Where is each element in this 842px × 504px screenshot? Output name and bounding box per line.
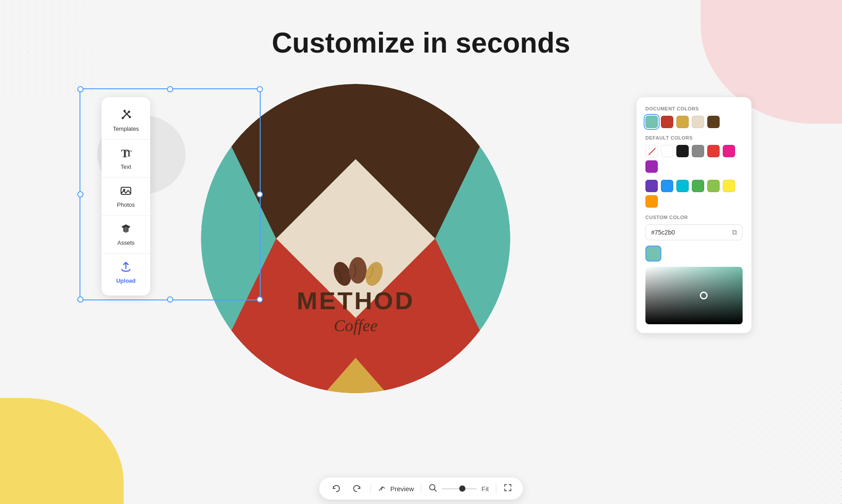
slider-thumb bbox=[459, 485, 466, 492]
doc-color-2[interactable] bbox=[661, 116, 673, 128]
gradient-bg bbox=[645, 267, 743, 324]
preview-button[interactable]: Preview bbox=[378, 484, 413, 493]
document-colors-label: DOCUMENT COLORS bbox=[645, 106, 743, 111]
color-green[interactable] bbox=[692, 180, 704, 192]
text-icon: T T bbox=[120, 147, 132, 161]
color-none[interactable] bbox=[645, 145, 658, 157]
color-pink[interactable] bbox=[723, 145, 735, 157]
photos-icon bbox=[120, 185, 132, 199]
fit-label: Fit bbox=[482, 485, 489, 493]
custom-color-label: CUSTOM COLOR bbox=[645, 215, 743, 220]
panel-divider-1 bbox=[102, 139, 150, 140]
doc-color-5[interactable] bbox=[707, 116, 720, 128]
fullscreen-button[interactable] bbox=[504, 483, 512, 494]
handle-tr[interactable] bbox=[257, 86, 263, 92]
undo-button[interactable] bbox=[330, 482, 343, 495]
preview-label: Preview bbox=[390, 485, 413, 493]
photos-label: Photos bbox=[117, 201, 135, 208]
doc-color-3[interactable] bbox=[676, 116, 689, 128]
svg-point-5 bbox=[129, 116, 131, 118]
page-title: Customize in seconds bbox=[0, 27, 842, 59]
redo-button[interactable] bbox=[350, 482, 363, 495]
slider-line bbox=[442, 488, 477, 489]
handle-ml[interactable] bbox=[77, 191, 83, 197]
color-blue[interactable] bbox=[661, 180, 673, 192]
document-colors-row bbox=[645, 116, 743, 128]
assets-icon bbox=[120, 223, 132, 237]
handle-bl[interactable] bbox=[77, 296, 83, 303]
sidebar-item-photos[interactable]: Photos bbox=[102, 178, 150, 214]
logo-circle: METHOD Coffee bbox=[201, 84, 510, 393]
color-purple[interactable] bbox=[645, 160, 658, 173]
custom-color-field[interactable] bbox=[651, 229, 728, 236]
handle-tl[interactable] bbox=[77, 86, 83, 92]
left-panel: Templates T T Text Photos bbox=[102, 97, 150, 296]
sidebar-item-upload[interactable]: Upload bbox=[102, 254, 150, 290]
templates-icon bbox=[120, 109, 132, 123]
toolbar-divider-2 bbox=[421, 483, 421, 494]
gradient-picker[interactable] bbox=[645, 267, 743, 324]
toolbar-divider-1 bbox=[370, 483, 371, 494]
color-yellow[interactable] bbox=[723, 180, 735, 192]
svg-text:Coffee: Coffee bbox=[334, 316, 377, 335]
color-violet[interactable] bbox=[645, 180, 658, 192]
default-colors-label: DEFAULT COLORS bbox=[645, 135, 743, 140]
upload-icon bbox=[120, 261, 132, 275]
copy-icon[interactable]: ⧉ bbox=[732, 228, 737, 236]
assets-label: Assets bbox=[117, 239, 134, 246]
svg-marker-29 bbox=[201, 371, 254, 393]
color-preview-swatch[interactable] bbox=[645, 246, 661, 261]
text-label: Text bbox=[121, 163, 131, 170]
custom-color-input-wrapper: ⧉ bbox=[645, 224, 743, 240]
svg-line-36 bbox=[434, 489, 436, 492]
canvas-area: Templates T T Text Photos bbox=[77, 84, 765, 469]
svg-text:T: T bbox=[126, 149, 132, 158]
default-colors-row1 bbox=[645, 145, 743, 173]
svg-point-4 bbox=[124, 110, 126, 112]
zoom-slider[interactable] bbox=[442, 488, 477, 489]
handle-tm[interactable] bbox=[167, 86, 173, 92]
templates-label: Templates bbox=[113, 125, 139, 132]
color-red[interactable] bbox=[707, 145, 720, 157]
doc-color-1[interactable] bbox=[645, 116, 658, 128]
svg-point-31 bbox=[349, 257, 367, 284]
color-orange[interactable] bbox=[645, 195, 658, 208]
upload-label: Upload bbox=[116, 277, 136, 284]
panel-divider-3 bbox=[102, 215, 150, 216]
svg-point-3 bbox=[128, 111, 130, 113]
sidebar-item-templates[interactable]: Templates bbox=[102, 102, 150, 138]
handle-bm[interactable] bbox=[167, 296, 173, 303]
panel-divider-2 bbox=[102, 177, 150, 178]
doc-color-4[interactable] bbox=[692, 116, 704, 128]
svg-point-2 bbox=[122, 117, 124, 119]
color-black[interactable] bbox=[676, 145, 689, 157]
bottom-toolbar: Preview Fit bbox=[319, 477, 523, 500]
panel-divider-4 bbox=[102, 253, 150, 254]
sidebar-item-text[interactable]: T T Text bbox=[102, 140, 150, 176]
sidebar-item-assets[interactable]: Assets bbox=[102, 216, 150, 252]
zoom-control: Fit bbox=[429, 483, 489, 494]
svg-text:METHOD: METHOD bbox=[297, 287, 415, 315]
color-gray[interactable] bbox=[692, 145, 704, 157]
color-cyan[interactable] bbox=[676, 180, 689, 192]
color-lime[interactable] bbox=[707, 180, 720, 192]
default-colors-row2 bbox=[645, 180, 743, 208]
zoom-icon bbox=[429, 483, 437, 494]
color-white[interactable] bbox=[661, 145, 673, 157]
color-panel: DOCUMENT COLORS DEFAULT COLORS bbox=[637, 97, 751, 333]
toolbar-divider-3 bbox=[496, 483, 497, 494]
